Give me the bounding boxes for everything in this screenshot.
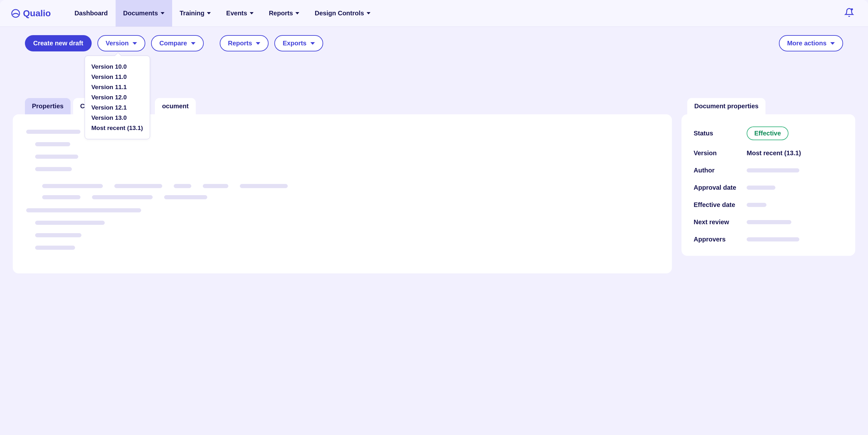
sidebar-panel: Document properties Status Effective Ver… xyxy=(682,98,855,273)
app-container: Qualio Dashboard Documents Training Even… xyxy=(0,0,868,435)
caret-down-icon xyxy=(830,42,835,45)
exports-button[interactable]: Exports xyxy=(274,35,323,52)
nav-reports[interactable]: Reports xyxy=(261,0,307,27)
skeleton-line xyxy=(114,184,162,188)
version-dropdown: Version 10.0 Version 11.0 Version 11.1 V… xyxy=(85,56,150,139)
brand-name: Qualio xyxy=(23,8,51,19)
caret-down-icon xyxy=(256,42,260,45)
more-actions-button[interactable]: More actions xyxy=(779,35,843,52)
skeleton-line xyxy=(747,168,799,173)
skeleton-line xyxy=(203,184,228,188)
prop-row-status: Status Effective xyxy=(694,126,843,140)
skeleton-line xyxy=(35,155,78,159)
skeleton-line xyxy=(164,195,207,199)
skeleton-line xyxy=(42,195,81,199)
version-option[interactable]: Version 12.0 xyxy=(85,92,150,102)
prop-label-approvers: Approvers xyxy=(694,236,747,243)
notifications-button[interactable] xyxy=(844,8,862,19)
create-draft-button[interactable]: Create new draft xyxy=(25,35,92,52)
prop-row-version: Version Most recent (13.1) xyxy=(694,149,843,157)
nav-items: Dashboard Documents Training Events Repo… xyxy=(67,0,378,27)
prop-label-effective-date: Effective date xyxy=(694,201,747,209)
caret-down-icon xyxy=(191,42,195,45)
compare-button[interactable]: Compare xyxy=(151,35,204,52)
skeleton-line xyxy=(240,184,288,188)
prop-value-version: Most recent (13.1) xyxy=(747,150,801,157)
nav-training[interactable]: Training xyxy=(172,0,219,27)
toolbar: Create new draft Version Compare Reports… xyxy=(0,27,868,60)
tab-document[interactable]: ocument xyxy=(155,98,195,114)
prop-row-approval-date: Approval date xyxy=(694,183,843,192)
caret-down-icon xyxy=(250,12,254,14)
brand-logo[interactable]: Qualio xyxy=(11,8,51,19)
prop-row-next-review: Next review xyxy=(694,218,843,226)
reports-button[interactable]: Reports xyxy=(220,35,269,52)
document-properties-card: Status Effective Version Most recent (13… xyxy=(682,114,855,256)
caret-down-icon xyxy=(132,42,137,45)
skeleton-line xyxy=(174,184,191,188)
skeleton-line xyxy=(92,195,153,199)
prop-label-version: Version xyxy=(694,150,747,157)
version-option[interactable]: Version 10.0 xyxy=(85,62,150,72)
caret-down-icon xyxy=(207,12,211,14)
svg-point-1 xyxy=(851,8,853,10)
caret-down-icon xyxy=(296,12,299,14)
prop-row-effective-date: Effective date xyxy=(694,200,843,209)
prop-label-author: Author xyxy=(694,167,747,174)
caret-down-icon xyxy=(310,42,315,45)
skeleton-line xyxy=(26,208,141,212)
skeleton-line xyxy=(747,220,792,224)
prop-label-approval-date: Approval date xyxy=(694,184,747,191)
tab-properties[interactable]: Properties xyxy=(25,98,70,114)
skeleton-line xyxy=(35,167,72,171)
skeleton-line xyxy=(26,130,81,134)
caret-down-icon xyxy=(161,12,164,14)
nav-events[interactable]: Events xyxy=(218,0,261,27)
skeleton-line xyxy=(35,221,105,225)
qualio-logo-icon xyxy=(11,9,21,18)
nav-documents[interactable]: Documents xyxy=(116,0,172,27)
skeleton-line xyxy=(35,246,75,250)
sidebar-tab-document-properties[interactable]: Document properties xyxy=(687,98,766,114)
version-option[interactable]: Version 13.0 xyxy=(85,113,150,123)
version-option[interactable]: Version 11.1 xyxy=(85,82,150,92)
skeleton-line xyxy=(747,237,799,242)
version-option[interactable]: Most recent (13.1) xyxy=(85,123,150,133)
prop-row-approvers: Approvers xyxy=(694,235,843,244)
skeleton-line xyxy=(35,233,82,237)
status-badge: Effective xyxy=(747,126,788,140)
skeleton-line xyxy=(42,184,103,188)
prop-label-next-review: Next review xyxy=(694,218,747,226)
nav-design-controls[interactable]: Design Controls xyxy=(307,0,378,27)
prop-row-author: Author xyxy=(694,166,843,175)
nav-dashboard[interactable]: Dashboard xyxy=(67,0,115,27)
version-button[interactable]: Version xyxy=(97,35,145,52)
version-option[interactable]: Version 11.0 xyxy=(85,72,150,82)
skeleton-line xyxy=(35,142,70,146)
caret-down-icon xyxy=(367,12,370,14)
top-nav: Qualio Dashboard Documents Training Even… xyxy=(0,0,868,27)
prop-label-status: Status xyxy=(694,130,747,137)
skeleton-line xyxy=(747,186,775,190)
version-option[interactable]: Version 12.1 xyxy=(85,102,150,113)
skeleton-line xyxy=(747,203,767,207)
bell-icon xyxy=(844,8,854,17)
